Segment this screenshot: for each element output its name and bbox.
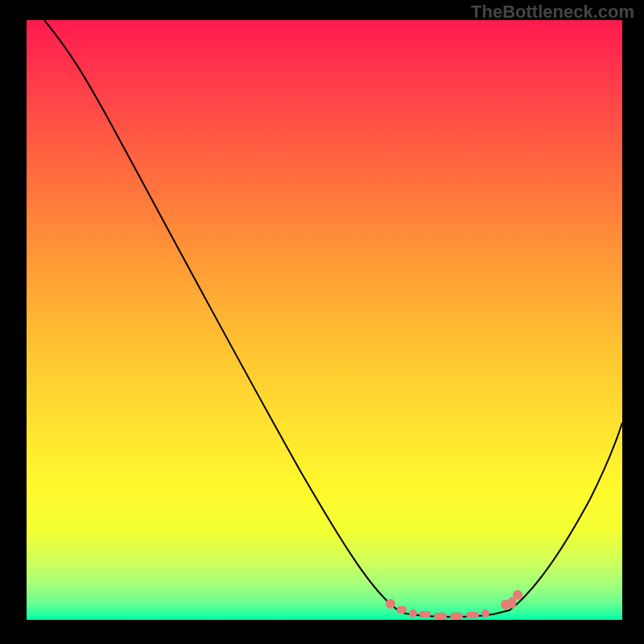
marker-dot xyxy=(481,609,489,617)
chart-container: TheBottleneck.com xyxy=(0,0,644,644)
marker-dot xyxy=(397,606,407,613)
marker-dot xyxy=(386,599,395,609)
marker-dot xyxy=(409,609,417,617)
marker-dot xyxy=(508,597,516,609)
marker-dot xyxy=(450,613,463,619)
watermark-text: TheBottleneck.com xyxy=(471,2,634,23)
plot-area xyxy=(27,20,622,620)
marker-dot xyxy=(466,612,479,618)
marker-dot xyxy=(513,590,522,600)
bottleneck-curve xyxy=(44,20,622,617)
marker-dot xyxy=(419,611,431,617)
chart-overlay-svg xyxy=(27,20,622,620)
marker-dot xyxy=(434,613,447,619)
